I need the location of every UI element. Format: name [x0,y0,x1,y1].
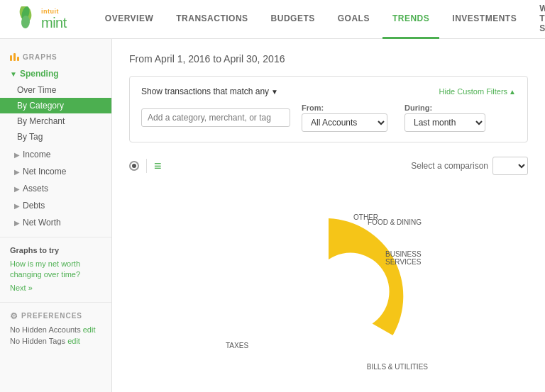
nav-ways-to-save[interactable]: WAYS TO SAVE [529,0,545,39]
main-content: From April 1, 2016 to April 30, 2016 Sho… [112,39,545,392]
hidden-tags: No Hidden Tags edit [10,337,101,345]
header: intuit mint OVERVIEW TRANSACTIONS BUDGET… [0,0,545,39]
hidden-accounts: No Hidden Accounts edit [10,325,101,334]
graphs-to-try-title: Graphs to try [10,246,101,254]
spending-group-label[interactable]: ▼ Spending [0,65,111,82]
during-select[interactable]: Last month [404,113,485,132]
income-arrow-icon: ▶ [14,151,20,159]
segment-taxes [329,218,403,335]
hidden-tags-edit[interactable]: edit [67,337,80,345]
list-view-icon[interactable]: ≡ [154,159,162,174]
sidebar: GRAPHS ▼ Spending Over Time By Category … [0,39,112,392]
sidebar-net-income[interactable]: ▶ Net Income [0,163,111,180]
graphs-section-title: GRAPHS [0,50,111,65]
nav-goals[interactable]: GOALS [328,0,380,39]
sidebar-assets[interactable]: ▶ Assets [0,180,111,197]
nav-investments[interactable]: INVESTMENTS [442,0,527,39]
comparison-wrap: Select a comparison [411,157,528,175]
nav-budgets[interactable]: BUDGETS [261,0,325,39]
spending-group: ▼ Spending Over Time By Category By Merc… [0,65,111,145]
comparison-select[interactable] [492,157,528,175]
donut-chart: OTHER FOOD & DINING BUSINESS SERVICES BI… [215,194,442,392]
divider [146,159,147,173]
label-business-services: BUSINESS SERVICES [385,250,442,266]
during-label: During: [404,103,485,112]
assets-arrow-icon: ▶ [14,185,20,193]
preferences-title: ⚙ PREFERENCES [10,311,101,321]
graphs-to-try-section: Graphs to try How is my net worth changi… [0,237,111,296]
sidebar-by-merchant[interactable]: By Merchant [0,113,111,129]
chart-controls: ≡ Select a comparison [129,157,528,175]
radio-dot-inner [132,164,136,168]
nav-trends[interactable]: TRENDS [382,0,439,39]
logo-icon [14,6,37,32]
hide-filters-arrow-icon: ▲ [509,88,516,96]
label-food-dining: FOOD & DINING [368,218,422,226]
label-taxes: TAXES [226,342,248,349]
graphs-link[interactable]: How is my net worth changing over time? [10,259,101,281]
nav-transactions[interactable]: TRANSACTIONS [166,0,258,39]
from-select[interactable]: All Accounts [302,113,387,132]
graphs-icon [10,53,19,61]
graphs-next[interactable]: Next » [10,284,101,292]
net-worth-arrow-icon: ▶ [14,219,20,227]
logo-prefix: intuit [41,8,67,15]
from-label: From: [302,103,387,112]
debts-arrow-icon: ▶ [14,202,20,210]
filter-match-btn[interactable]: Show transactions that match any ▼ [141,86,278,96]
radio-button[interactable] [129,161,139,171]
logo-brand: mint [41,15,67,31]
sidebar-over-time[interactable]: Over Time [0,82,111,98]
comparison-label: Select a comparison [411,161,488,171]
sidebar-debts[interactable]: ▶ Debts [0,197,111,214]
net-income-arrow-icon: ▶ [14,168,20,176]
filter-box: Show transactions that match any ▼ Hide … [129,76,528,142]
hidden-accounts-edit[interactable]: edit [83,325,96,334]
filter-selects: From: All Accounts During: Last month [302,103,485,132]
chart-area: OTHER FOOD & DINING BUSINESS SERVICES BI… [129,186,528,392]
during-select-group: During: Last month [404,103,485,132]
filter-text-input[interactable] [141,108,290,127]
sidebar-net-worth[interactable]: ▶ Net Worth [0,214,111,231]
spending-arrow-icon: ▼ [10,70,17,78]
logo: intuit mint [14,6,67,32]
main-nav: OVERVIEW TRANSACTIONS BUDGETS GOALS TREN… [95,0,545,39]
date-range: From April 1, 2016 to April 30, 2016 [129,53,528,65]
dropdown-arrow-icon: ▼ [271,88,278,96]
label-bills-utilities: BILLS & UTILITIES [367,363,428,371]
sidebar-income[interactable]: ▶ Income [0,146,111,163]
sidebar-by-tag[interactable]: By Tag [0,129,111,145]
nav-overview[interactable]: OVERVIEW [95,0,163,39]
app-layout: GRAPHS ▼ Spending Over Time By Category … [0,39,545,392]
filter-row: From: All Accounts During: Last month [141,103,516,132]
preferences-section: ⚙ PREFERENCES No Hidden Accounts edit No… [0,302,111,352]
sidebar-by-category[interactable]: By Category [0,98,111,113]
hide-custom-filters[interactable]: Hide Custom Filters ▲ [439,87,516,96]
from-select-group: From: All Accounts [302,103,387,132]
